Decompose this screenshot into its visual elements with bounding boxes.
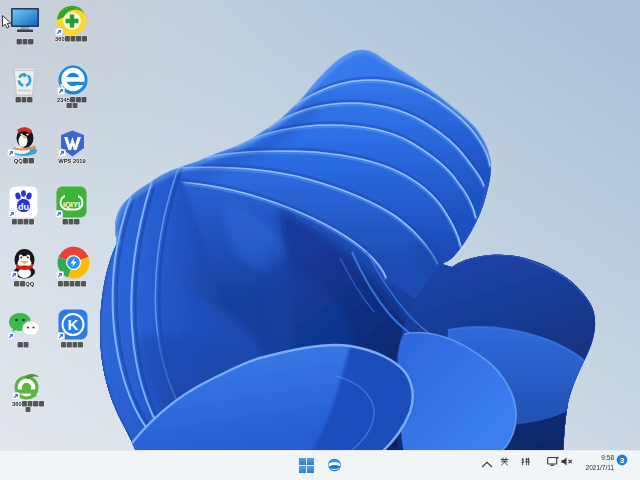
svg-text:iQIYI: iQIYI: [63, 200, 80, 209]
svg-text:3: 3: [620, 456, 625, 465]
svg-text:du: du: [18, 202, 29, 212]
svg-text:K: K: [68, 316, 79, 333]
